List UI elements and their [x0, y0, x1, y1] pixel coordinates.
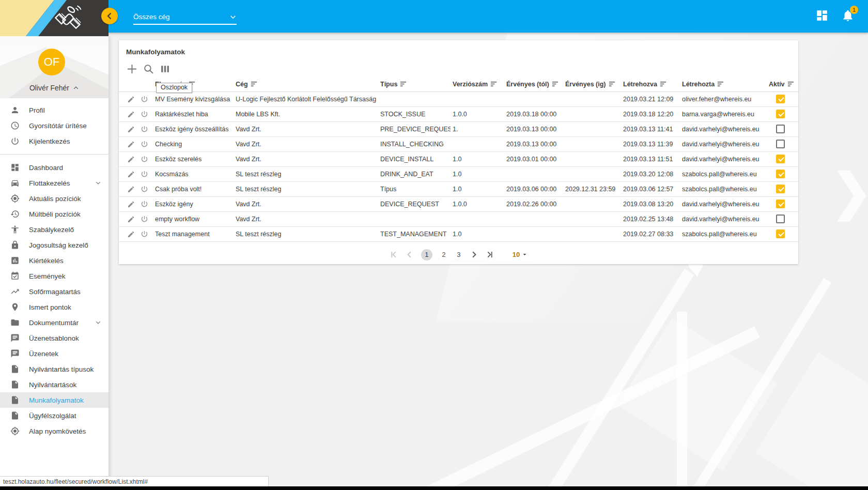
- page-number[interactable]: 2: [440, 251, 447, 258]
- sidebar-item-message-templates[interactable]: Üzenetsablonok: [0, 330, 109, 346]
- avatar[interactable]: OF: [38, 49, 65, 75]
- power-icon[interactable]: [141, 110, 148, 118]
- sidebar-item-label: Jogosultság kezelő: [29, 241, 101, 249]
- sidebar-item-messages[interactable]: Üzenetek: [0, 346, 109, 361]
- prev-page-button[interactable]: [406, 251, 413, 258]
- search-icon[interactable]: [144, 64, 153, 74]
- power-icon[interactable]: [141, 185, 148, 193]
- sidebar-item-customer-service[interactable]: Ügyfélszolgálat: [0, 408, 109, 423]
- sidebar-item-profil[interactable]: Profil: [0, 102, 109, 118]
- active-checkbox[interactable]: [776, 185, 785, 193]
- edit-icon[interactable]: [127, 140, 135, 148]
- sidebar-collapse-button[interactable]: [101, 8, 118, 24]
- sort-icon[interactable]: [552, 81, 559, 87]
- edit-icon[interactable]: [127, 200, 135, 208]
- sidebar-item-workflows[interactable]: Munkafolyamatok: [0, 392, 109, 408]
- col-header-active[interactable]: Aktív: [767, 78, 798, 91]
- edit-icon[interactable]: [127, 230, 135, 238]
- sidebar-item-evaluation[interactable]: Kiértékelés: [0, 253, 109, 268]
- active-checkbox[interactable]: [776, 95, 785, 103]
- chevron-down-icon: [95, 180, 101, 186]
- sidebar-item-past-positions[interactable]: Múltbéli pozíciók: [0, 206, 109, 222]
- sidebar-item-documents[interactable]: Dokumentumtár: [0, 315, 109, 330]
- col-header-type[interactable]: Típus: [378, 78, 451, 91]
- edit-icon[interactable]: [127, 215, 135, 223]
- sort-icon[interactable]: [490, 81, 497, 87]
- sidebar-item-current-positions[interactable]: Aktuális pozíciók: [0, 191, 109, 206]
- sidebar-item-registries[interactable]: Nyilvántartások: [0, 377, 109, 392]
- cell-name: Teszt management: [153, 226, 234, 241]
- dashboard-shortcut-icon[interactable]: [815, 9, 829, 22]
- power-icon[interactable]: [141, 200, 148, 208]
- edit-icon[interactable]: [127, 95, 135, 103]
- gps-icon: [10, 194, 20, 203]
- active-checkbox[interactable]: [776, 155, 785, 163]
- active-checkbox[interactable]: [776, 125, 785, 133]
- columns-icon[interactable]: [160, 64, 170, 74]
- sidebar-item-rule-manager[interactable]: Szabálykezelő: [0, 222, 109, 237]
- sort-icon[interactable]: [787, 81, 794, 87]
- sidebar-divider: [0, 154, 109, 155]
- add-workflow-button[interactable]: [127, 64, 137, 74]
- first-page-button[interactable]: [390, 251, 398, 258]
- col-header-valid-to[interactable]: Érvényes (ig): [563, 78, 621, 91]
- edit-icon[interactable]: [127, 155, 135, 163]
- sidebar-item-logout[interactable]: Kijelentkezés: [0, 133, 109, 149]
- rows-per-page-select[interactable]: 10: [513, 251, 527, 258]
- sort-icon[interactable]: [251, 81, 257, 87]
- active-checkbox[interactable]: [776, 215, 785, 223]
- cell-name: Eszköz szerelés: [153, 151, 234, 166]
- active-checkbox[interactable]: [776, 140, 785, 148]
- edit-icon[interactable]: [127, 170, 135, 178]
- sidebar-item-driver-behavior[interactable]: Sofőrmagatartás: [0, 284, 109, 299]
- power-icon[interactable]: [141, 125, 148, 133]
- company-filter-select[interactable]: Összes cég: [133, 12, 237, 25]
- last-page-button[interactable]: [486, 251, 493, 258]
- power-icon[interactable]: [141, 155, 148, 163]
- sidebar-item-label: Kijelentkezés: [29, 137, 101, 145]
- page-number-current[interactable]: 1: [421, 249, 432, 261]
- user-name: Olivér Fehér: [29, 84, 69, 92]
- active-checkbox[interactable]: [776, 200, 785, 208]
- table-row: Eszköz szerelés Vavd Zrt. DEVICE_INSTALL…: [119, 151, 798, 166]
- col-header-valid-from[interactable]: Érvényes (tól): [504, 78, 563, 91]
- active-checkbox[interactable]: [776, 110, 785, 118]
- power-icon[interactable]: [141, 215, 148, 223]
- col-header-created-by[interactable]: Létrehozta: [680, 78, 767, 91]
- sort-icon[interactable]: [609, 81, 615, 87]
- sidebar-item-events[interactable]: Események: [0, 268, 109, 284]
- power-icon[interactable]: [141, 170, 148, 178]
- power-icon[interactable]: [141, 95, 148, 103]
- cell-valid-from: 2019.03.18 00:00: [504, 106, 563, 121]
- cell-valid-to: [563, 91, 621, 106]
- active-checkbox[interactable]: [776, 170, 785, 178]
- sort-icon[interactable]: [660, 81, 667, 87]
- power-icon[interactable]: [141, 140, 148, 148]
- sidebar-item-permissions[interactable]: Jogosultság kezelő: [0, 237, 109, 253]
- sort-icon[interactable]: [400, 81, 407, 87]
- edit-icon[interactable]: [127, 110, 135, 118]
- cell-valid-from: 2019.03.13 00:00: [504, 136, 563, 151]
- sort-icon[interactable]: [717, 81, 724, 87]
- col-header-created-at[interactable]: Létrehozva: [621, 78, 680, 91]
- page-number[interactable]: 3: [455, 251, 462, 258]
- notifications-button[interactable]: 1: [841, 9, 855, 22]
- active-checkbox[interactable]: [776, 229, 785, 238]
- col-header-company[interactable]: Cég: [234, 78, 378, 91]
- sidebar-item-fleet[interactable]: Flottakezelés: [0, 175, 109, 191]
- user-menu-toggle[interactable]: Olivér Fehér: [0, 84, 109, 92]
- sidebar-item-basic-tracking[interactable]: Alap nyomkövetés: [0, 423, 109, 439]
- power-icon[interactable]: [141, 230, 148, 238]
- sidebar-item-dashboard[interactable]: Dashboard: [0, 160, 109, 175]
- next-page-button[interactable]: [470, 251, 478, 258]
- edit-icon[interactable]: [127, 185, 135, 193]
- cell-version: 1.0: [451, 226, 504, 241]
- edit-icon[interactable]: [127, 125, 135, 133]
- power-icon: [10, 136, 20, 146]
- cell-type: DEVICE_INSTALL: [378, 151, 451, 166]
- col-header-version[interactable]: Verziószám: [451, 78, 504, 91]
- sidebar-item-registry-types[interactable]: Nyilvántartás típusok: [0, 361, 109, 377]
- sidebar-item-known-points[interactable]: Ismert pontok: [0, 299, 109, 315]
- cell-type: DRINK_AND_EAT: [378, 166, 451, 181]
- sidebar-item-cache-clear[interactable]: Gyorsítótár ürítése: [0, 118, 109, 133]
